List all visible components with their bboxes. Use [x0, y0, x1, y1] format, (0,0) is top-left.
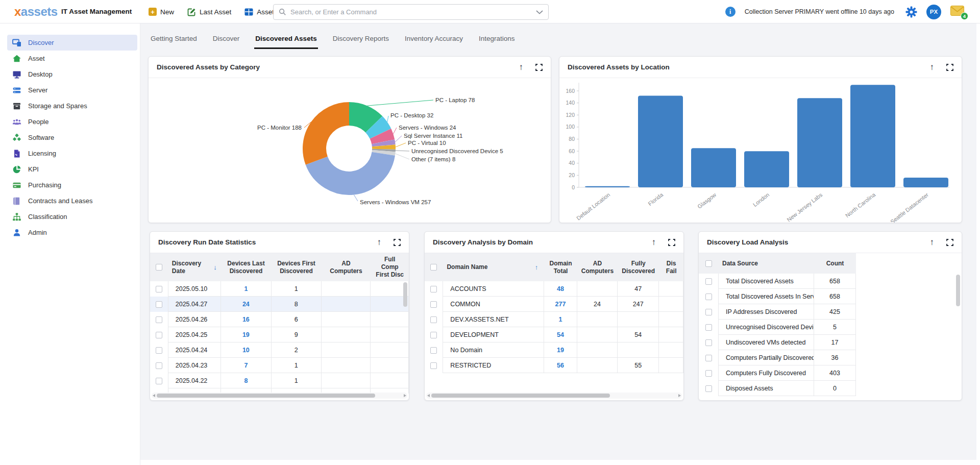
horizontal-scrollbar[interactable] [152, 393, 407, 399]
row-checkbox[interactable] [156, 332, 162, 338]
row-checkbox[interactable] [430, 347, 437, 354]
search-box[interactable] [273, 4, 549, 20]
link-cell[interactable]: 19 [221, 327, 271, 342]
table-row[interactable]: Total Discovered Assets658 [699, 274, 962, 289]
app-logo[interactable]: xassets [14, 5, 58, 19]
column-header[interactable]: AD Computers [577, 253, 618, 281]
link-cell[interactable]: 48 [544, 281, 577, 297]
row-checkbox[interactable] [430, 332, 437, 338]
column-header[interactable]: Devices First Discovered [271, 253, 321, 281]
table-row[interactable]: 2025.04.2371 [150, 358, 409, 373]
tab-discover[interactable]: Discover [212, 30, 241, 49]
sidebar-item-server[interactable]: Server [0, 82, 137, 98]
select-all-checkbox[interactable] [430, 264, 437, 271]
horizontal-scrollbar[interactable] [426, 393, 682, 399]
bar-default-location[interactable] [585, 186, 630, 187]
row-checkbox[interactable] [430, 316, 437, 323]
table-row[interactable]: No Domain19 [425, 342, 683, 358]
sidebar-item-people[interactable]: People [0, 114, 137, 130]
link-cell[interactable]: 7 [221, 358, 271, 373]
donut-slice[interactable] [349, 114, 374, 125]
link-cell[interactable]: 8 [221, 373, 271, 388]
scroll-right-arrow[interactable] [404, 394, 406, 397]
column-header[interactable]: Count [814, 253, 856, 274]
table-row[interactable]: 2025.04.26166 [150, 312, 409, 327]
row-checkbox[interactable] [705, 385, 712, 392]
fullscreen-icon[interactable] [946, 239, 953, 246]
column-header[interactable]: Full Comp First Disc [371, 253, 409, 281]
column-header[interactable]: Devices Last Discovered [221, 253, 271, 281]
donut-slice[interactable] [316, 154, 383, 183]
gear-icon[interactable] [905, 6, 917, 18]
link-cell[interactable]: 1 [221, 281, 271, 297]
table-row[interactable]: 2025.05.1011 [150, 281, 409, 297]
row-checkbox[interactable] [430, 286, 437, 292]
bar-north-carolina[interactable] [850, 85, 895, 187]
user-avatar[interactable]: PX [926, 5, 941, 19]
table-row[interactable]: DEV.XASSETS.NET1 [425, 312, 683, 327]
row-checkbox[interactable] [705, 293, 712, 300]
export-arrow-icon[interactable]: ↑ [519, 63, 524, 71]
row-checkbox[interactable] [705, 339, 712, 346]
last-asset-button[interactable]: Last Asset [187, 8, 231, 16]
sidebar-item-discover[interactable]: Discover [7, 35, 137, 51]
search-input[interactable] [290, 8, 536, 16]
sidebar-item-desktop[interactable]: Desktop [0, 66, 137, 82]
sidebar-item-software[interactable]: Software [0, 130, 137, 145]
table-row[interactable]: 2025.04.25199 [150, 327, 409, 342]
sidebar-item-licensing[interactable]: Licensing [0, 145, 137, 161]
column-header[interactable]: Discovery Date↓ [168, 253, 221, 281]
table-row[interactable]: Total Discovered Assets In Service658 [699, 289, 962, 304]
fullscreen-icon[interactable] [394, 239, 401, 246]
table-row[interactable]: DEVELOPMENT5454 [425, 327, 683, 342]
fullscreen-icon[interactable] [668, 239, 675, 246]
link-cell[interactable]: 10 [221, 342, 271, 358]
row-checkbox[interactable] [705, 370, 712, 377]
chevron-down-icon[interactable] [536, 10, 543, 14]
tab-inventory-accuracy[interactable]: Inventory Accuracy [404, 30, 464, 49]
table-row[interactable]: IP Addresses Discovered425 [699, 304, 962, 320]
column-header[interactable]: Dis Fail [659, 253, 683, 281]
sidebar-item-admin[interactable]: Admin [0, 225, 137, 240]
export-arrow-icon[interactable]: ↑ [930, 63, 935, 71]
category-donut-chart[interactable]: PC - Laptop 78PC - Desktop 32Servers - W… [149, 79, 551, 223]
bar-new-jersey-labs[interactable] [797, 98, 842, 187]
row-checkbox[interactable] [430, 301, 437, 308]
select-all-checkbox[interactable] [156, 264, 162, 271]
link-cell[interactable]: 16 [221, 312, 271, 327]
sidebar-item-storage-and-spares[interactable]: Storage and Spares [0, 98, 137, 114]
info-icon[interactable]: i [725, 7, 736, 17]
donut-slice[interactable] [314, 114, 349, 161]
row-checkbox[interactable] [705, 278, 712, 285]
row-checkbox[interactable] [705, 309, 712, 315]
tab-discovered-assets[interactable]: Discovered Assets [254, 30, 317, 49]
row-checkbox[interactable] [156, 347, 162, 354]
export-arrow-icon[interactable]: ↑ [652, 238, 656, 247]
select-all-checkbox[interactable] [705, 260, 712, 267]
row-checkbox[interactable] [156, 378, 162, 384]
table-row[interactable]: Computers Partially Discovered36 [699, 350, 962, 365]
donut-slice[interactable] [383, 142, 384, 146]
sidebar-item-purchasing[interactable]: Purchasing [0, 177, 137, 193]
row-checkbox[interactable] [705, 355, 712, 361]
table-row[interactable]: RESTRICTED5655 [425, 358, 683, 373]
link-cell[interactable]: 56 [544, 358, 577, 373]
location-bar-chart[interactable]: 020406080100120140160Default LocationFlo… [559, 79, 962, 223]
row-checkbox[interactable] [156, 286, 162, 292]
sidebar-item-kpi[interactable]: KPI [0, 161, 137, 177]
donut-slice[interactable] [383, 151, 384, 154]
bar-florida[interactable] [638, 95, 683, 187]
link-cell[interactable]: 24 [221, 297, 271, 312]
sidebar-item-asset[interactable]: Asset [0, 51, 137, 66]
table-row[interactable]: 2025.04.24102 [150, 342, 409, 358]
export-arrow-icon[interactable]: ↑ [377, 238, 382, 247]
sidebar-item-classification[interactable]: Classification [0, 209, 137, 225]
table-row[interactable]: ACCOUNTS4847 [425, 281, 683, 297]
column-header[interactable]: Domain Total [544, 253, 577, 281]
tab-integrations[interactable]: Integrations [478, 30, 516, 49]
bar-seattle-datacenter[interactable] [903, 178, 948, 187]
scroll-left-arrow[interactable] [427, 394, 430, 397]
table-row[interactable]: Unrecognised Discovered Devices5 [699, 320, 962, 335]
table-row[interactable]: COMMON27724247 [425, 297, 683, 312]
link-cell[interactable]: 54 [544, 327, 577, 342]
